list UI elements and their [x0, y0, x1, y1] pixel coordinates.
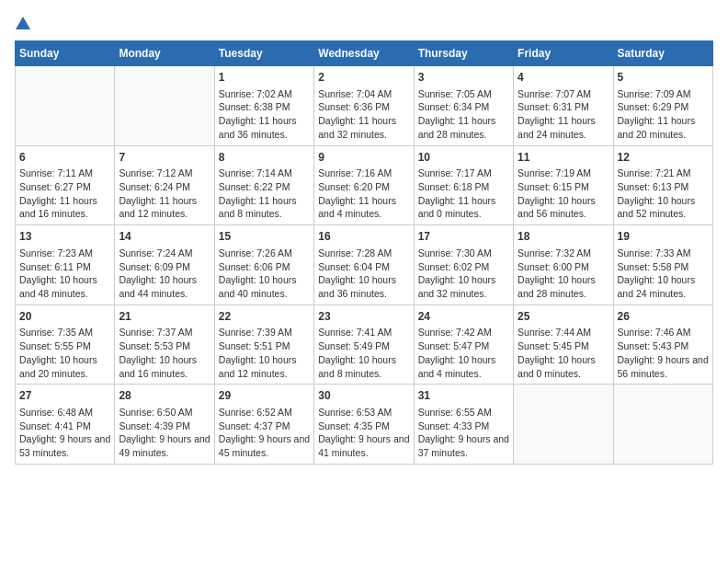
day-info: Sunrise: 7:02 AM Sunset: 6:38 PM Dayligh…	[219, 87, 310, 142]
calendar-week-row: 27Sunrise: 6:48 AM Sunset: 4:41 PM Dayli…	[16, 385, 713, 465]
calendar-header-row: SundayMondayTuesdayWednesdayThursdayFrid…	[16, 41, 713, 66]
day-info: Sunrise: 7:41 AM Sunset: 5:49 PM Dayligh…	[318, 326, 409, 380]
calendar-day-cell: 25Sunrise: 7:44 AM Sunset: 5:45 PM Dayli…	[514, 304, 613, 385]
day-info: Sunrise: 7:04 AM Sunset: 6:36 PM Dayligh…	[318, 87, 409, 142]
day-info: Sunrise: 7:07 AM Sunset: 6:31 PM Dayligh…	[518, 87, 609, 142]
day-number: 21	[119, 309, 210, 325]
day-number: 16	[318, 229, 409, 245]
calendar-day-cell: 31Sunrise: 6:55 AM Sunset: 4:33 PM Dayli…	[414, 385, 513, 465]
day-number: 24	[418, 309, 509, 325]
calendar-day-cell: 6Sunrise: 7:11 AM Sunset: 6:27 PM Daylig…	[16, 145, 115, 225]
day-info: Sunrise: 7:30 AM Sunset: 6:02 PM Dayligh…	[418, 247, 509, 301]
calendar-day-cell	[514, 385, 613, 465]
calendar-day-cell: 2Sunrise: 7:04 AM Sunset: 6:36 PM Daylig…	[314, 66, 414, 146]
day-number: 14	[119, 229, 210, 245]
calendar-day-cell: 3Sunrise: 7:05 AM Sunset: 6:34 PM Daylig…	[414, 66, 513, 146]
day-info: Sunrise: 6:48 AM Sunset: 4:41 PM Dayligh…	[19, 406, 110, 460]
day-number: 3	[418, 70, 509, 86]
day-number: 5	[618, 70, 709, 86]
logo	[15, 15, 31, 31]
calendar-day-cell: 14Sunrise: 7:24 AM Sunset: 6:09 PM Dayli…	[115, 225, 214, 305]
calendar-day-cell: 9Sunrise: 7:16 AM Sunset: 6:20 PM Daylig…	[314, 145, 414, 225]
calendar-day-cell: 26Sunrise: 7:46 AM Sunset: 5:43 PM Dayli…	[613, 304, 712, 385]
day-info: Sunrise: 7:39 AM Sunset: 5:51 PM Dayligh…	[219, 326, 310, 380]
day-info: Sunrise: 7:21 AM Sunset: 6:13 PM Dayligh…	[618, 167, 709, 221]
calendar-day-header: Thursday	[414, 41, 513, 66]
day-info: Sunrise: 7:14 AM Sunset: 6:22 PM Dayligh…	[219, 167, 310, 221]
day-info: Sunrise: 7:46 AM Sunset: 5:43 PM Dayligh…	[618, 326, 709, 380]
day-number: 17	[418, 229, 509, 245]
calendar-day-cell: 11Sunrise: 7:19 AM Sunset: 6:15 PM Dayli…	[514, 145, 613, 225]
day-info: Sunrise: 7:16 AM Sunset: 6:20 PM Dayligh…	[318, 167, 409, 221]
calendar-day-header: Friday	[514, 41, 613, 66]
calendar-day-cell: 23Sunrise: 7:41 AM Sunset: 5:49 PM Dayli…	[314, 304, 414, 385]
day-info: Sunrise: 7:33 AM Sunset: 5:58 PM Dayligh…	[618, 247, 709, 301]
calendar-day-cell: 21Sunrise: 7:37 AM Sunset: 5:53 PM Dayli…	[115, 304, 214, 385]
calendar-day-cell: 7Sunrise: 7:12 AM Sunset: 6:24 PM Daylig…	[115, 145, 214, 225]
calendar-day-cell: 20Sunrise: 7:35 AM Sunset: 5:55 PM Dayli…	[16, 304, 115, 385]
day-number: 11	[518, 150, 609, 166]
calendar-week-row: 6Sunrise: 7:11 AM Sunset: 6:27 PM Daylig…	[16, 145, 713, 225]
day-number: 2	[318, 70, 409, 86]
day-info: Sunrise: 7:17 AM Sunset: 6:18 PM Dayligh…	[418, 167, 509, 221]
day-info: Sunrise: 7:42 AM Sunset: 5:47 PM Dayligh…	[418, 326, 509, 380]
day-info: Sunrise: 6:53 AM Sunset: 4:35 PM Dayligh…	[318, 406, 409, 460]
calendar-week-row: 13Sunrise: 7:23 AM Sunset: 6:11 PM Dayli…	[16, 225, 713, 305]
day-number: 26	[618, 309, 709, 325]
calendar-day-cell: 8Sunrise: 7:14 AM Sunset: 6:22 PM Daylig…	[214, 145, 313, 225]
calendar-day-cell	[16, 66, 115, 146]
day-number: 31	[418, 388, 509, 404]
day-number: 7	[119, 150, 210, 166]
day-number: 1	[219, 70, 310, 86]
day-number: 19	[618, 229, 709, 245]
day-number: 4	[518, 70, 609, 86]
calendar-day-cell: 19Sunrise: 7:33 AM Sunset: 5:58 PM Dayli…	[613, 225, 712, 305]
day-info: Sunrise: 6:52 AM Sunset: 4:37 PM Dayligh…	[219, 406, 310, 460]
day-number: 18	[518, 229, 609, 245]
day-info: Sunrise: 7:26 AM Sunset: 6:06 PM Dayligh…	[219, 247, 310, 301]
day-number: 22	[219, 309, 310, 325]
calendar-day-cell: 12Sunrise: 7:21 AM Sunset: 6:13 PM Dayli…	[613, 145, 712, 225]
day-number: 12	[618, 150, 709, 166]
calendar-day-header: Wednesday	[314, 41, 414, 66]
calendar-day-cell: 17Sunrise: 7:30 AM Sunset: 6:02 PM Dayli…	[414, 225, 513, 305]
day-info: Sunrise: 7:44 AM Sunset: 5:45 PM Dayligh…	[518, 326, 609, 380]
day-info: Sunrise: 7:24 AM Sunset: 6:09 PM Dayligh…	[119, 247, 210, 301]
day-info: Sunrise: 7:09 AM Sunset: 6:29 PM Dayligh…	[618, 87, 709, 142]
day-number: 20	[19, 309, 110, 325]
calendar-day-cell: 30Sunrise: 6:53 AM Sunset: 4:35 PM Dayli…	[314, 385, 414, 465]
calendar-day-cell: 22Sunrise: 7:39 AM Sunset: 5:51 PM Dayli…	[214, 304, 313, 385]
calendar-day-cell: 15Sunrise: 7:26 AM Sunset: 6:06 PM Dayli…	[214, 225, 313, 305]
day-number: 10	[418, 150, 509, 166]
day-info: Sunrise: 7:37 AM Sunset: 5:53 PM Dayligh…	[119, 326, 210, 380]
svg-marker-0	[16, 17, 30, 29]
calendar-day-cell: 28Sunrise: 6:50 AM Sunset: 4:39 PM Dayli…	[115, 385, 214, 465]
day-info: Sunrise: 7:19 AM Sunset: 6:15 PM Dayligh…	[518, 167, 609, 221]
day-info: Sunrise: 6:50 AM Sunset: 4:39 PM Dayligh…	[119, 406, 210, 460]
calendar-table: SundayMondayTuesdayWednesdayThursdayFrid…	[15, 40, 713, 465]
day-number: 6	[19, 150, 110, 166]
day-number: 28	[119, 388, 210, 404]
day-info: Sunrise: 7:32 AM Sunset: 6:00 PM Dayligh…	[518, 247, 609, 301]
calendar-day-cell: 10Sunrise: 7:17 AM Sunset: 6:18 PM Dayli…	[414, 145, 513, 225]
day-info: Sunrise: 7:35 AM Sunset: 5:55 PM Dayligh…	[19, 326, 110, 380]
day-number: 9	[318, 150, 409, 166]
day-number: 13	[19, 229, 110, 245]
day-info: Sunrise: 7:28 AM Sunset: 6:04 PM Dayligh…	[318, 247, 409, 301]
day-number: 25	[518, 309, 609, 325]
calendar-day-header: Sunday	[16, 41, 115, 66]
calendar-week-row: 1Sunrise: 7:02 AM Sunset: 6:38 PM Daylig…	[16, 66, 713, 146]
calendar-day-cell: 27Sunrise: 6:48 AM Sunset: 4:41 PM Dayli…	[16, 385, 115, 465]
day-number: 23	[318, 309, 409, 325]
logo-icon	[15, 15, 31, 31]
page-header	[15, 15, 713, 31]
day-info: Sunrise: 7:11 AM Sunset: 6:27 PM Dayligh…	[19, 167, 110, 221]
calendar-day-cell: 13Sunrise: 7:23 AM Sunset: 6:11 PM Dayli…	[16, 225, 115, 305]
day-number: 29	[219, 388, 310, 404]
day-info: Sunrise: 6:55 AM Sunset: 4:33 PM Dayligh…	[418, 406, 509, 460]
calendar-week-row: 20Sunrise: 7:35 AM Sunset: 5:55 PM Dayli…	[16, 304, 713, 385]
calendar-day-cell: 16Sunrise: 7:28 AM Sunset: 6:04 PM Dayli…	[314, 225, 414, 305]
calendar-day-cell: 5Sunrise: 7:09 AM Sunset: 6:29 PM Daylig…	[613, 66, 712, 146]
calendar-day-cell	[613, 385, 712, 465]
calendar-day-header: Tuesday	[214, 41, 313, 66]
